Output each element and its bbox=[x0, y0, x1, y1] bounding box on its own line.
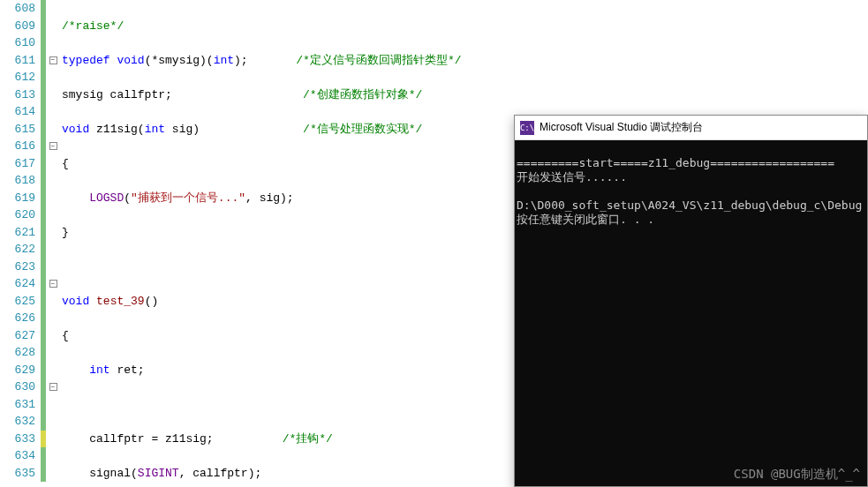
line-number: 621 bbox=[2, 224, 35, 242]
line-number: 629 bbox=[2, 362, 35, 379]
line-number: 624 bbox=[2, 275, 35, 293]
fold-minus-icon[interactable]: − bbox=[49, 56, 57, 64]
line-number: 622 bbox=[2, 241, 35, 258]
code-line[interactable]: /*raise*/ bbox=[62, 18, 868, 35]
line-number: 631 bbox=[2, 396, 35, 414]
line-number: 633 bbox=[2, 431, 35, 448]
line-number: 619 bbox=[2, 190, 35, 207]
line-number: 615 bbox=[2, 121, 35, 139]
code-line[interactable]: typedef void(*smysig)(int); /*定义信号函数回调指针… bbox=[62, 52, 868, 70]
line-number: 625 bbox=[2, 293, 35, 311]
line-number: 617 bbox=[2, 155, 35, 173]
line-number: 626 bbox=[2, 310, 35, 327]
console-line: 开始发送信号...... bbox=[517, 170, 627, 184]
console-body[interactable]: =========start=====z11_debug============… bbox=[515, 140, 867, 486]
line-number: 609 bbox=[2, 18, 35, 35]
console-line: 按任意键关闭此窗口. . . bbox=[517, 213, 654, 226]
csdn-watermark: CSDN @BUG制造机^_^ bbox=[734, 467, 860, 481]
line-number: 611 bbox=[2, 52, 35, 70]
debug-console-window[interactable]: C:\ Microsoft Visual Studio 调试控制台 ======… bbox=[514, 115, 868, 487]
fold-minus-icon[interactable]: − bbox=[49, 383, 57, 391]
line-number-gutter: 608 609 610 611 612 613 614 615 616 617 … bbox=[0, 0, 41, 487]
fold-minus-icon[interactable]: − bbox=[49, 142, 57, 150]
line-number: 635 bbox=[2, 465, 35, 483]
line-number: 610 bbox=[2, 34, 35, 52]
fold-column[interactable]: − − − − bbox=[46, 0, 60, 487]
line-number: 608 bbox=[2, 0, 35, 18]
line-number: 623 bbox=[2, 258, 35, 276]
line-number: 630 bbox=[2, 378, 35, 396]
console-title-text: Microsoft Visual Studio 调试控制台 bbox=[540, 120, 703, 135]
vs-console-icon: C:\ bbox=[520, 121, 534, 135]
line-number: 613 bbox=[2, 86, 35, 104]
line-number: 616 bbox=[2, 138, 35, 155]
console-titlebar[interactable]: C:\ Microsoft Visual Studio 调试控制台 bbox=[515, 116, 867, 140]
console-line: =========start=====z11_debug============… bbox=[517, 156, 834, 169]
line-number: 620 bbox=[2, 206, 35, 224]
line-number: 632 bbox=[2, 413, 35, 431]
line-number: 634 bbox=[2, 447, 35, 465]
line-number: 614 bbox=[2, 103, 35, 121]
fold-minus-icon[interactable]: − bbox=[49, 280, 57, 288]
line-number: 612 bbox=[2, 69, 35, 86]
line-number: 628 bbox=[2, 344, 35, 362]
console-line: D:\D000_soft_setup\A024_VS\z11_debug\deb… bbox=[517, 199, 862, 212]
code-line[interactable]: smysig callfptr; /*创建函数指针对象*/ bbox=[62, 86, 868, 104]
line-number: 618 bbox=[2, 172, 35, 190]
line-number: 627 bbox=[2, 327, 35, 345]
